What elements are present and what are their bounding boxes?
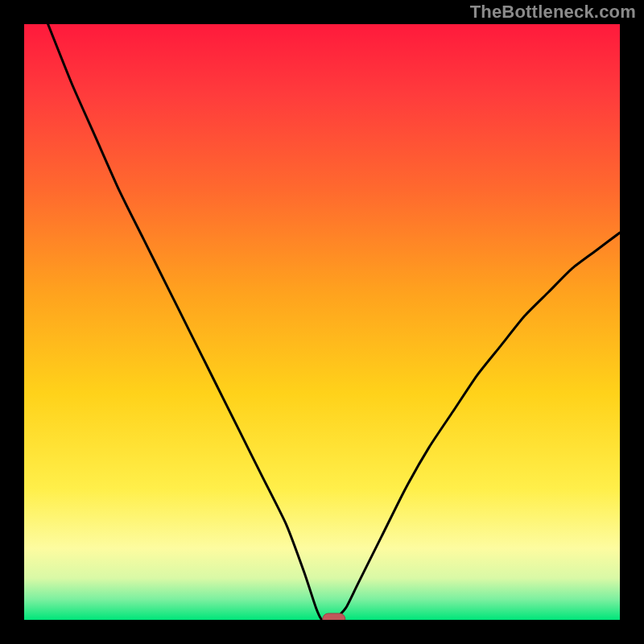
optimum-marker bbox=[323, 613, 345, 620]
chart-frame: TheBottleneck.com bbox=[0, 0, 644, 644]
bottleneck-chart bbox=[24, 24, 620, 620]
plot-area bbox=[24, 24, 620, 620]
watermark-text: TheBottleneck.com bbox=[470, 2, 636, 23]
gradient-background bbox=[24, 24, 620, 620]
